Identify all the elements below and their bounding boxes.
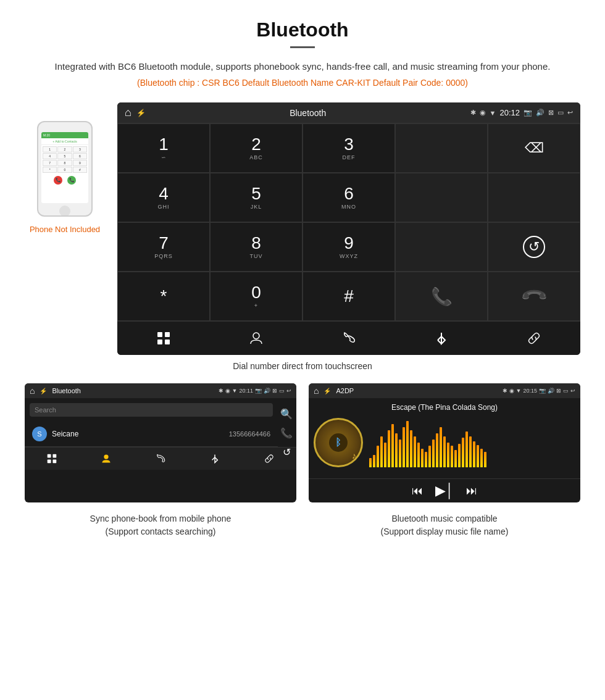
phone-key-1: 1 [43, 146, 57, 152]
contacts-refresh-icon[interactable]: ↺ [283, 446, 291, 458]
svg-rect-2 [157, 340, 162, 344]
music-song-title: Escape (The Pina Colada Song) [314, 403, 575, 412]
dial-sub-7: PQRS [154, 253, 173, 259]
nav-grid[interactable] [117, 327, 210, 350]
dialpad-bottom-nav [117, 321, 580, 355]
music-camera-icon: 📷 [539, 388, 546, 394]
dial-key-9[interactable]: 9 WXYZ [302, 222, 395, 272]
music-statusbar: ⌂ ⚡ A2DP ✱ ◉ ▼ 20:15 📷 🔊 ⊠ ▭ ↩ [309, 383, 580, 398]
dial-key-7[interactable]: 7 PQRS [117, 222, 210, 272]
music-note-icon: ♪ [352, 451, 356, 460]
play-pause-button[interactable]: ▶│ [435, 483, 454, 499]
dialpad-statusbar: ⌂ ⚡ Bluetooth ✱ ◉ ▼ 20:12 📷 🔊 ⊠ ▭ ↩ [117, 102, 580, 123]
music-bar [454, 450, 457, 467]
music-home-icon: ⌂ [314, 386, 319, 396]
dial-sub-9: WXYZ [340, 253, 358, 259]
dial-call-green[interactable]: 📞 [395, 272, 488, 321]
contacts-search[interactable]: Search [30, 403, 273, 417]
dial-key-6[interactable]: 6 MNO [302, 173, 395, 222]
dial-key-1[interactable]: 1 ∽ [117, 123, 210, 173]
svg-point-9 [104, 454, 108, 459]
status-time: 20:12 [499, 108, 520, 117]
contacts-screen: ⌂ ⚡ Bluetooth ✱ ◉ ▼ 20:11 📷 🔊 ⊠ ▭ ↩ Sear… [25, 383, 296, 502]
location-icon: ◉ [480, 109, 486, 117]
contacts-signal-icon: ▼ [232, 388, 238, 394]
next-track-button[interactable]: ⏭ [466, 485, 477, 498]
phone-add-contact: + Add to Contacts [41, 138, 88, 145]
usb-icon: ⚡ [136, 109, 146, 117]
music-bar [447, 443, 449, 467]
contact-row[interactable]: S Seicane 13566664466 [25, 422, 278, 447]
dial-key-5[interactable]: 5 JKL [210, 173, 302, 222]
music-back-icon: ↩ [570, 388, 575, 394]
contacts-search-icon[interactable]: 🔍 [280, 408, 293, 420]
svg-rect-0 [157, 332, 162, 337]
phone-home-button [59, 206, 70, 217]
music-win-icon: ▭ [563, 388, 569, 394]
caption-left: Sync phone-book from mobile phone(Suppor… [25, 512, 296, 538]
screen-icon: ⊠ [548, 109, 554, 117]
dial-key-star[interactable]: * [117, 272, 210, 321]
contact-name: Seicane [52, 430, 229, 438]
nav-bluetooth[interactable] [395, 327, 488, 350]
contacts-title: Bluetooth [52, 387, 80, 394]
bluetooth-status-icon: ✱ [470, 109, 476, 117]
contacts-nav-person[interactable] [79, 451, 133, 466]
dial-num-1: 1 [159, 136, 169, 153]
window-icon: ▭ [557, 109, 564, 117]
phone-key-4: 4 [43, 153, 57, 159]
signal-icon: ▼ [490, 109, 496, 117]
contacts-screen-icon: ⊠ [272, 388, 277, 394]
dial-sub-8: TUV [250, 253, 263, 259]
music-signal-icon: ▼ [516, 388, 522, 394]
volume-icon: 🔊 [536, 109, 544, 117]
dial-num-2: 2 [251, 136, 261, 153]
contact-avatar: S [32, 427, 47, 441]
bottom-screens: ⌂ ⚡ Bluetooth ✱ ◉ ▼ 20:11 📷 🔊 ⊠ ▭ ↩ Sear… [25, 383, 580, 502]
contacts-nav-phone[interactable] [133, 451, 188, 466]
music-bars [369, 418, 575, 467]
nav-contacts[interactable] [210, 327, 302, 350]
dial-sub-3: DEF [343, 154, 356, 160]
music-controls: ⏮ ▶│ ⏭ [309, 478, 580, 502]
contacts-nav-grid[interactable] [25, 451, 79, 466]
prev-track-button[interactable]: ⏮ [412, 485, 423, 498]
dialpad-title: Bluetooth [151, 108, 465, 118]
dial-key-hash[interactable]: # [302, 272, 395, 321]
call-green-icon: 📞 [431, 286, 453, 307]
contacts-call-icon[interactable]: 📞 [280, 427, 293, 439]
contacts-link-icon [264, 454, 274, 464]
svg-rect-3 [165, 340, 170, 344]
music-album-center: ᛒ [329, 433, 348, 452]
caption-right: Bluetooth music compatible(Support displ… [309, 512, 580, 538]
phone-key-0: 0 [57, 167, 72, 173]
bottom-captions: Sync phone-book from mobile phone(Suppor… [25, 512, 580, 538]
dial-key-0[interactable]: 0 + [210, 272, 302, 321]
contacts-loc-icon: ◉ [225, 388, 230, 394]
dial-key-3[interactable]: 3 DEF [302, 123, 395, 173]
music-time: 20:15 [523, 388, 537, 394]
dial-refresh[interactable]: ↺ [488, 222, 580, 272]
dial-call-red[interactable]: 📞 [488, 272, 580, 321]
nav-link[interactable] [488, 327, 580, 350]
caption-right-text: Bluetooth music compatible(Support displ… [381, 514, 509, 536]
svg-rect-5 [48, 454, 51, 458]
phone-screen-header: M:20 [41, 132, 88, 138]
search-placeholder: Search [35, 406, 56, 414]
music-title: A2DP [336, 387, 354, 394]
main-screen-area: M:20 + Add to Contacts 1 2 3 4 5 6 7 8 9… [25, 102, 580, 355]
music-bar [465, 431, 468, 467]
contacts-side-icons: 🔍 📞 ↺ [280, 403, 293, 463]
contacts-nav-bluetooth[interactable] [188, 451, 242, 466]
svg-rect-1 [165, 332, 170, 337]
dial-key-4[interactable]: 4 GHI [117, 173, 210, 222]
phone-screen: M:20 + Add to Contacts 1 2 3 4 5 6 7 8 9… [41, 132, 88, 203]
music-content: Escape (The Pina Colada Song) ᛒ ♪ [309, 398, 580, 478]
dial-key-8[interactable]: 8 TUV [210, 222, 302, 272]
nav-dial[interactable] [302, 327, 395, 350]
music-bar [469, 436, 472, 467]
phone-icon [342, 331, 356, 345]
dial-backspace[interactable]: ⌫ [488, 123, 580, 173]
contacts-statusbar: ⌂ ⚡ Bluetooth ✱ ◉ ▼ 20:11 📷 🔊 ⊠ ▭ ↩ [25, 383, 296, 398]
dial-key-2[interactable]: 2 ABC [210, 123, 302, 173]
